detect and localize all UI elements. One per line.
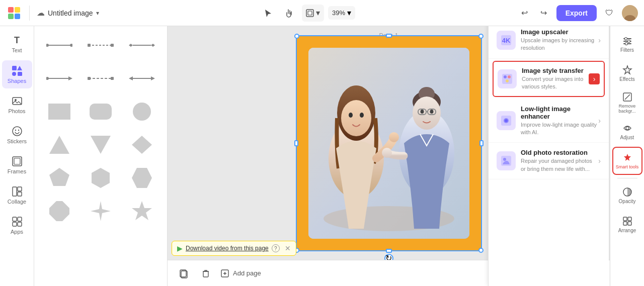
lowlight-arrow-icon: › [598,117,601,125]
svg-marker-37 [68,76,72,80]
frame-tool-button[interactable]: ▾ [302,5,324,22]
sidebar-item-photos[interactable]: Photos [2,90,32,119]
svg-point-36 [46,77,49,80]
topbar-title-area[interactable]: ☁ Untitled image ▾ [37,8,99,18]
download-banner-text[interactable]: Download video from this page [186,245,269,252]
svg-rect-2 [8,14,14,19]
shape-hexagon2[interactable] [123,163,161,193]
shape-row-polygons [38,163,163,193]
shield-icon[interactable]: 🛡 [601,5,618,22]
shape-line-straight[interactable] [40,30,78,60]
svg-rect-19 [13,187,17,196]
style-transfer-name: Image style transfer [522,67,589,74]
hand-tool-button[interactable] [281,5,298,22]
shape-octagon[interactable] [40,196,78,226]
rs-item-remove-bg[interactable]: Remove backgr... [612,88,642,117]
rs-item-smart-tools[interactable]: Smart tools [612,147,642,175]
redo-button[interactable]: ↪ [535,5,552,22]
svg-rect-39 [88,77,91,80]
smart-tool-old-photo[interactable]: Old photo restoration Repair your damage… [489,143,609,179]
handle-ml[interactable] [296,140,298,146]
sidebar-item-shapes[interactable]: Shapes [2,60,32,88]
shape-rect-rounded[interactable] [82,97,120,127]
zoom-chevron-icon: ▾ [347,8,351,18]
sidebar-item-collage-label: Collage [8,199,26,205]
sidebar-item-frames[interactable]: Frames [2,151,32,179]
handle-tm[interactable] [386,35,392,38]
svg-rect-21 [18,192,22,196]
shape-triangle-down[interactable] [82,130,120,160]
svg-point-27 [46,44,49,47]
rs-item-effects[interactable]: Effects [612,59,642,87]
upscaler-icon: 4K [497,31,516,50]
undo-redo-group: ↩ ↪ [516,5,552,22]
shape-5star[interactable] [123,196,161,226]
opacity-label: Opacity [619,199,636,204]
svg-rect-11 [18,72,22,76]
svg-rect-4 [306,10,313,17]
svg-marker-55 [132,201,152,220]
shape-rect-sharp[interactable] [40,97,78,127]
topbar-center: ▾ 39% ▾ [104,5,511,22]
shape-4star[interactable] [82,196,120,226]
shape-hexagon[interactable] [82,163,120,193]
rs-item-filters[interactable]: Filters [612,30,642,58]
shape-pentagon[interactable] [40,163,78,193]
smart-tool-upscaler[interactable]: 4K Image upscaler Upscale images by incr… [489,26,609,59]
svg-rect-8 [12,66,17,70]
handle-tl[interactable] [296,35,299,39]
undo-button[interactable]: ↩ [516,5,533,22]
topbar-divider [29,6,30,21]
svg-marker-104 [623,66,631,74]
sidebar-item-text-label: Text [12,47,22,53]
arrange-icon [622,216,632,226]
shape-line-arrow[interactable] [40,63,78,93]
canvas-image[interactable]: ↻ [296,35,482,251]
shape-diamond[interactable] [123,130,161,160]
sidebar-item-text[interactable]: T Text [2,30,32,58]
download-close-icon[interactable]: ✕ [285,244,291,252]
select-tool-button[interactable] [260,5,277,22]
smart-tools-panel: Smart tools Beta ✕ 4K Image upscaler Ups… [488,26,609,286]
effects-label: Effects [619,76,634,82]
sidebar-item-stickers[interactable]: Stickers [2,121,32,149]
style-transfer-arrow-icon[interactable]: › [589,73,600,84]
svg-rect-31 [111,44,114,47]
add-page-btn[interactable]: Add page [220,268,261,278]
svg-point-67 [341,100,371,136]
avatar[interactable] [622,5,638,21]
sidebar-item-collage[interactable]: Collage [2,181,32,209]
svg-point-102 [627,40,630,43]
handle-mr[interactable] [479,140,482,146]
effects-icon [622,65,632,75]
handle-tr[interactable] [478,35,482,39]
svg-rect-83 [203,271,208,277]
shape-line-dbl-arrow[interactable] [123,63,161,93]
logo[interactable] [6,5,22,21]
handle-br[interactable] [478,248,482,251]
export-button[interactable]: Export [556,5,597,21]
shape-line-dash2[interactable] [82,63,120,93]
smart-tool-lowlight[interactable]: Low-light image enhancer Improve low-lig… [489,99,609,143]
delete-page-btn[interactable] [198,265,214,281]
sidebar-item-apps[interactable]: Apps [2,211,32,239]
upscaler-text: Image upscaler Upscale images by increas… [521,28,598,52]
duplicate-page-btn[interactable] [176,265,192,281]
handle-bm[interactable] [386,249,392,251]
download-question-btn[interactable]: ? [272,244,280,252]
rs-item-adjust[interactable]: Adjust [612,118,642,146]
style-transfer-text: Image style transfer Convert your images… [522,67,589,91]
smart-tool-style-transfer[interactable]: Image style transfer Convert your images… [493,61,605,97]
shape-row-triangles [38,130,163,160]
rs-item-opacity[interactable]: Opacity [612,181,642,210]
svg-marker-9 [17,66,22,70]
shape-line-dash[interactable] [82,30,120,60]
photos-icon [12,96,23,107]
shape-triangle-up[interactable] [40,130,78,160]
svg-rect-44 [48,104,70,120]
shape-circle[interactable] [123,97,161,127]
zoom-control[interactable]: 39% ▾ [328,6,355,20]
shape-line-diamond[interactable] [123,30,161,60]
svg-point-92 [506,79,509,82]
rs-item-arrange[interactable]: Arrange [612,211,642,239]
